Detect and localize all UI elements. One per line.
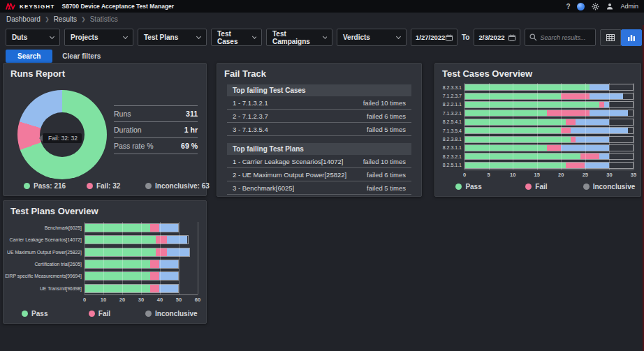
fail-track-row: 2 - 7.1.2.3.7failed 6 times [227, 110, 411, 123]
chevron-down-icon [123, 33, 128, 38]
legend-label: Inconclusive: 63 [155, 182, 210, 190]
bar-row [464, 126, 634, 135]
stat-value: 69 % [181, 142, 198, 150]
category-label: 7.1.3.2.1 [441, 109, 464, 117]
panel-title: Fail Track [224, 68, 266, 79]
search-box [525, 29, 596, 46]
x-axis-tick: 0 [83, 297, 86, 303]
legend-label: Inconclusive [593, 183, 636, 191]
keysight-spark-icon [6, 2, 15, 10]
test-plans-overview-panel: Test Plans Overview Benchmark[6025]Carri… [3, 200, 207, 324]
user-name[interactable]: Admin [620, 3, 638, 10]
top-bar: KEYSIGHT S8700 Device Acceptance Test Ma… [0, 0, 644, 13]
x-axis-tick: 20 [558, 172, 564, 178]
category-label: Certification trial[2605] [8, 258, 85, 270]
bar-rows [464, 83, 634, 170]
dropdown-verdicts[interactable]: Verdicts [337, 29, 407, 46]
category-label: Benchmark[6025] [8, 222, 85, 234]
bar-segment-inconclusive [571, 128, 628, 133]
dropdown-label: Test Campaigns [272, 30, 319, 45]
legend-dot-icon [525, 184, 532, 190]
bar-segment-inconclusive [159, 224, 178, 232]
bar-segment-inconclusive [167, 248, 189, 256]
bar-segment-inconclusive [576, 119, 609, 125]
test-plans-chart: Benchmark[6025]Carrier Leakage Scenarios… [8, 222, 198, 302]
breadcrumb-dashboard[interactable]: Dashboard [6, 15, 41, 23]
legend-item-inconclusive: Inconclusive [583, 183, 636, 191]
runs-stats-table: Runs 311 Duration 1 hr Pass rate % 69 % [114, 105, 198, 154]
date-to-field[interactable]: 2/3/2022 [474, 29, 520, 46]
user-icon[interactable] [606, 3, 613, 10]
bar-segment-fail [150, 285, 159, 292]
bar-segment-fail [566, 119, 576, 125]
bar-track [85, 271, 179, 281]
bar-segment-fail [566, 163, 585, 168]
bar-track [464, 84, 634, 91]
legend-dot-icon [145, 311, 152, 317]
dropdown-test-campaigns[interactable]: Test Campaigns [266, 29, 332, 46]
breadcrumb-results[interactable]: Results [54, 15, 77, 23]
fail-track-item-name: 1 - Carrier Leakage Scenarios[14072] [233, 158, 343, 165]
category-label: UE Transmit[96398] [8, 282, 85, 294]
bar-segment-inconclusive [599, 154, 609, 159]
chevron-down-icon [196, 33, 201, 38]
bar-track [85, 248, 190, 257]
bar-segment-fail [580, 154, 599, 159]
category-label: 8.2.5.1.1 [441, 161, 464, 170]
fail-track-item-count: failed 6 times [367, 171, 406, 179]
dropdown-label: Test Plans [144, 33, 178, 41]
bar-segment-inconclusive [159, 285, 178, 292]
stat-row: Duration 1 hr [114, 121, 198, 137]
gear-icon[interactable] [592, 3, 599, 10]
dropdown-test-plans[interactable]: Test Plans [138, 29, 207, 46]
legend-label: Pass: 216 [34, 182, 66, 190]
category-label: 7.1.3.5.4 [441, 126, 464, 135]
bar-segment-fail [599, 102, 604, 107]
fail-track-item-name: 1 - 7.1.3.2.1 [233, 99, 268, 107]
bar-track [464, 93, 634, 100]
fail-track-item-name: 2 - 7.1.2.3.7 [233, 112, 268, 120]
legend-dot-icon [455, 184, 462, 190]
table-icon [606, 34, 615, 41]
legend-dot-icon [24, 183, 30, 189]
chevron-down-icon [322, 34, 327, 39]
chat-bubble-icon[interactable] [577, 3, 585, 10]
search-button[interactable]: Search [6, 50, 52, 63]
bar-row [85, 258, 198, 270]
fail-track-item-name: 2 - UE Maximum Output Power[25822] [233, 171, 346, 179]
legend-dot-icon [22, 311, 28, 317]
bar-segment-fail [561, 128, 571, 133]
legend-label: Fail [98, 310, 110, 318]
plot-area: 05101520253035 [464, 83, 634, 178]
x-axis-tick: 20 [119, 297, 125, 303]
dropdown-projects[interactable]: Projects [64, 29, 133, 46]
bar-row [464, 135, 634, 143]
bar-segment-inconclusive [159, 272, 178, 280]
stat-row: Runs 311 [114, 105, 198, 121]
fail-track-item-count: failed 5 times [367, 126, 406, 133]
chart-view-button[interactable] [621, 29, 642, 46]
x-axis-tick: 5 [487, 172, 490, 178]
help-icon[interactable]: ? [566, 3, 570, 10]
search-input[interactable] [540, 34, 589, 41]
breadcrumb: Dashboard ❯ Results ❯ Statistics [0, 13, 644, 25]
bar-track [464, 136, 634, 143]
dropdown-label: Test Cases [217, 30, 249, 45]
chevron-down-icon [251, 34, 256, 39]
fail-track-body: Top failing Test Cases1 - 7.1.3.2.1faile… [227, 84, 411, 195]
dropdown-duts[interactable]: Duts [6, 29, 60, 46]
bar-segment-fail [561, 94, 590, 99]
brand-name: KEYSIGHT [20, 3, 55, 10]
date-from-field[interactable]: 1/27/2022 [411, 29, 458, 46]
bar-segment-pass [465, 119, 566, 125]
bar-segment-pass [465, 137, 571, 142]
bar-segment-fail [571, 137, 576, 142]
bar-segment-fail [547, 145, 562, 151]
category-label: 7.1.2.3.7 [441, 91, 464, 100]
date-from-value: 1/27/2022 [416, 33, 445, 41]
clear-filters-link[interactable]: Clear filters [62, 52, 101, 60]
table-view-button[interactable] [600, 29, 621, 46]
x-axis-tick: 10 [510, 172, 515, 178]
stat-row: Pass rate % 69 % [114, 137, 198, 154]
dropdown-test-cases[interactable]: Test Cases [211, 29, 262, 46]
